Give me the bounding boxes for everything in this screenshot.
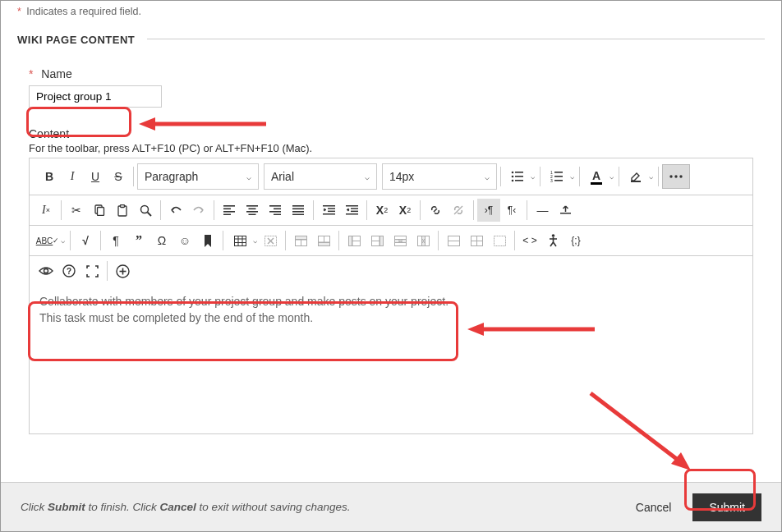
- svg-rect-22: [223, 205, 235, 207]
- preview-button[interactable]: [34, 259, 58, 282]
- more-options-button[interactable]: [662, 164, 690, 189]
- name-label: * Name: [29, 67, 753, 80]
- footer-bar: Click Submit to finish. Click Cancel to …: [1, 482, 781, 531]
- name-input[interactable]: [29, 85, 162, 108]
- text-color-dropdown[interactable]: A⌵: [583, 165, 615, 188]
- code-sample-button[interactable]: {;}: [564, 229, 587, 252]
- special-char-button[interactable]: Ω: [150, 229, 173, 252]
- paragraph-style-dropdown[interactable]: Paragraph ⌵: [137, 163, 259, 190]
- anchor-button[interactable]: [196, 229, 219, 252]
- svg-rect-32: [269, 211, 281, 213]
- chevron-down-icon: ⌵: [570, 172, 574, 181]
- spellcheck-icon: ABC✓: [36, 229, 59, 252]
- subscript-button[interactable]: X2: [393, 199, 416, 222]
- cut-button[interactable]: ✂: [65, 199, 88, 222]
- table-delete-col-button[interactable]: [412, 229, 435, 252]
- submit-button[interactable]: Submit: [692, 493, 761, 521]
- toolbar-row-3: ABC✓ ⌵ √ ¶ ” Ω ☺ ⌵: [30, 226, 752, 256]
- name-label-text: Name: [41, 67, 71, 80]
- svg-rect-47: [560, 213, 571, 214]
- code-button[interactable]: < >: [518, 229, 541, 252]
- help-button[interactable]: ?: [58, 259, 80, 282]
- blockquote-button[interactable]: ”: [127, 229, 150, 252]
- ltr-button[interactable]: ›¶: [477, 199, 500, 222]
- bullet-list-dropdown[interactable]: ⌵: [504, 165, 536, 188]
- editor-content-area[interactable]: Collaborate with members of your project…: [30, 286, 752, 433]
- svg-rect-36: [292, 211, 304, 213]
- svg-point-0: [512, 172, 514, 174]
- table-row-after-button[interactable]: [312, 229, 335, 252]
- svg-rect-43: [351, 208, 358, 209]
- svg-rect-1: [515, 172, 523, 173]
- redo-button[interactable]: [187, 199, 210, 222]
- svg-rect-19: [121, 204, 125, 207]
- cancel-button[interactable]: Cancel: [623, 494, 685, 521]
- link-button[interactable]: [424, 199, 447, 222]
- svg-point-13: [669, 175, 672, 177]
- table-delete-row-button[interactable]: [389, 229, 412, 252]
- svg-rect-5: [515, 180, 523, 181]
- svg-marker-94: [671, 452, 691, 470]
- indent-button[interactable]: [340, 199, 363, 222]
- chevron-down-icon: ⌵: [365, 172, 370, 181]
- emoji-button[interactable]: ☺: [173, 229, 196, 252]
- pilcrow-button[interactable]: ¶: [104, 229, 127, 252]
- svg-rect-45: [346, 213, 358, 215]
- highlight-color-dropdown[interactable]: ⌵: [623, 165, 655, 188]
- number-list-icon: 123: [545, 165, 568, 188]
- paragraph-style-label: Paragraph: [145, 170, 238, 183]
- table-dropdown[interactable]: ⌵: [227, 229, 259, 252]
- bold-button[interactable]: B: [38, 165, 61, 188]
- find-button[interactable]: [134, 199, 157, 222]
- toolbar-hint: For the toolbar, press ALT+F10 (PC) or A…: [29, 142, 753, 154]
- unlink-button[interactable]: [447, 199, 470, 222]
- table-col-after-button[interactable]: [366, 229, 389, 252]
- undo-button[interactable]: [164, 199, 187, 222]
- superscript-button[interactable]: X2: [370, 199, 393, 222]
- required-field-note: * Indicates a required field.: [1, 1, 781, 21]
- insert-file-button[interactable]: [554, 199, 577, 222]
- svg-rect-3: [515, 176, 523, 177]
- horizontal-rule-button[interactable]: —: [531, 199, 554, 222]
- align-right-button[interactable]: [264, 199, 287, 222]
- svg-rect-34: [292, 205, 304, 207]
- toolbar-row-1: B I U S Paragraph ⌵ Arial ⌵: [30, 158, 752, 195]
- add-content-button[interactable]: [111, 259, 134, 282]
- svg-point-20: [140, 205, 148, 213]
- split-cells-button[interactable]: [465, 229, 488, 252]
- content-label: Content: [29, 127, 753, 140]
- svg-rect-41: [323, 213, 335, 215]
- strike-button[interactable]: S: [107, 165, 130, 188]
- font-family-dropdown[interactable]: Arial ⌵: [264, 163, 377, 190]
- align-left-button[interactable]: [218, 199, 241, 222]
- rtl-button[interactable]: ¶‹: [500, 199, 523, 222]
- merge-cells-button[interactable]: [442, 229, 465, 252]
- formula-button[interactable]: √: [74, 229, 97, 252]
- svg-rect-35: [292, 209, 304, 210]
- number-list-dropdown[interactable]: 123 ⌵: [544, 165, 576, 188]
- fullscreen-button[interactable]: [80, 259, 104, 282]
- clear-formatting-button[interactable]: I×: [34, 199, 58, 222]
- table-row-before-button[interactable]: [289, 229, 312, 252]
- outdent-button[interactable]: [317, 199, 340, 222]
- table-col-before-button[interactable]: [343, 229, 366, 252]
- accessibility-button[interactable]: [541, 229, 564, 252]
- italic-button[interactable]: I: [61, 165, 84, 188]
- cell-properties-button[interactable]: [488, 229, 511, 252]
- toolbar-row-4: ?: [30, 256, 752, 286]
- align-justify-button[interactable]: [287, 199, 310, 222]
- svg-point-83: [44, 269, 48, 273]
- font-size-dropdown[interactable]: 14px ⌵: [382, 163, 497, 190]
- paste-button[interactable]: [111, 199, 134, 222]
- table-delete-button[interactable]: [259, 229, 282, 252]
- svg-point-4: [512, 180, 514, 182]
- chevron-down-icon: ⌵: [610, 172, 614, 181]
- underline-button[interactable]: U: [84, 165, 107, 188]
- align-center-button[interactable]: [241, 199, 264, 222]
- toolbar-row-2: I× ✂: [30, 195, 752, 226]
- chevron-down-icon: ⌵: [61, 236, 65, 245]
- copy-button[interactable]: [88, 199, 111, 222]
- required-asterisk: *: [29, 67, 33, 80]
- svg-rect-64: [348, 236, 352, 245]
- spellcheck-dropdown[interactable]: ABC✓ ⌵: [34, 229, 67, 252]
